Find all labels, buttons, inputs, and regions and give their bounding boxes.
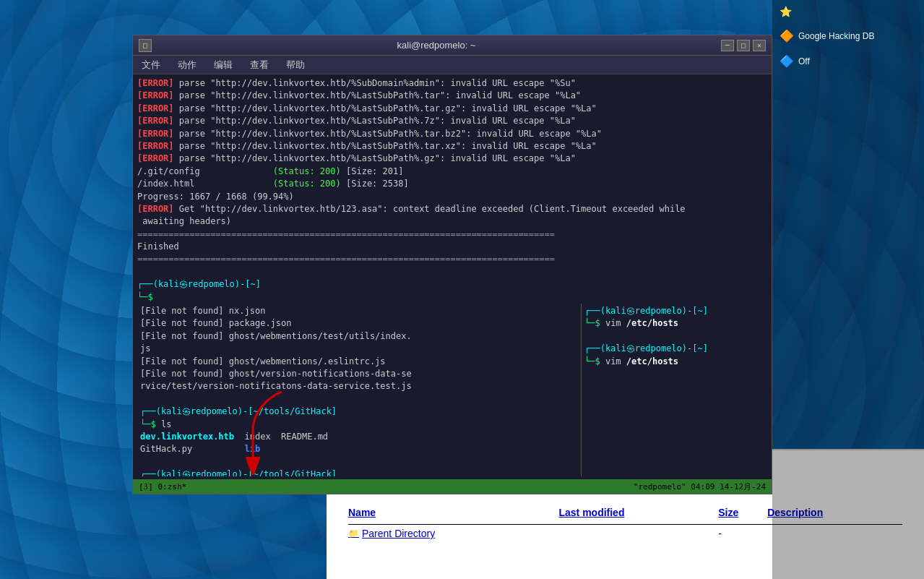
statusbar-left: [3] 0:zsh* [139, 482, 186, 492]
menu-file[interactable]: 文件 [139, 57, 163, 73]
col-size[interactable]: Size [718, 507, 767, 525]
size-cell: - [718, 525, 767, 543]
taskbar-star[interactable]: ⭐ [772, 0, 924, 23]
blue-dot-icon: 🔷 [780, 54, 794, 68]
col-name[interactable]: Name [348, 507, 558, 525]
taskbar-google-hacking[interactable]: 🔶 Google Hacking DB [772, 23, 924, 48]
split-pane: [File not found] nx.json [File not found… [137, 304, 767, 476]
col-modified[interactable]: Last modified [558, 507, 718, 525]
taskbar-right: ⭐ 🔶 Google Hacking DB 🔷 Off [772, 0, 924, 579]
terminal-menubar: 文件 动作 编辑 查看 帮助 [133, 56, 772, 74]
maximize-button[interactable]: □ [737, 40, 750, 51]
menu-help[interactable]: 帮助 [283, 57, 308, 73]
folder-icon: 📁 [348, 528, 359, 539]
star-icon: ⭐ [780, 6, 792, 17]
menu-edit[interactable]: 编辑 [211, 57, 236, 73]
minimize-button[interactable]: ─ [721, 40, 734, 51]
google-hacking-label: Google Hacking DB [798, 31, 874, 41]
arrow-indicator [238, 388, 296, 478]
off-label: Off [798, 56, 810, 67]
menu-action[interactable]: 动作 [175, 57, 199, 73]
terminal-controls: ─ □ ✕ [721, 40, 766, 51]
terminal-icon: □ [139, 39, 152, 52]
terminal-titlebar: □ kali@redpomelo: ~ ─ □ ✕ [133, 35, 772, 56]
modified-cell [558, 525, 718, 543]
terminal-window: □ kali@redpomelo: ~ ─ □ ✕ 文件 动作 编辑 查看 帮助… [132, 35, 772, 494]
orange-dot-icon: 🔶 [780, 29, 794, 43]
pane-right: ┌──(kali㉿redpomelo)-[~] └─$ vim /etc/hos… [582, 304, 767, 476]
pane-left: [File not found] nx.json [File not found… [137, 304, 582, 476]
close-button[interactable]: ✕ [753, 40, 766, 51]
terminal-statusbar: [3] 0:zsh* "redpomelo" 04:09 14-12月-24 [133, 479, 772, 494]
terminal-body-upper: [ERROR] parse "http://dev.linkvortex.htb… [133, 74, 772, 479]
menu-view[interactable]: 查看 [247, 57, 272, 73]
terminal-title: kali@redpomelo: ~ [397, 40, 476, 51]
taskbar-off[interactable]: 🔷 Off [772, 48, 924, 74]
statusbar-right: "redpomelo" 04:09 14-12月-24 [634, 481, 766, 492]
parent-dir-link[interactable]: 📁 Parent Directory [348, 528, 558, 539]
